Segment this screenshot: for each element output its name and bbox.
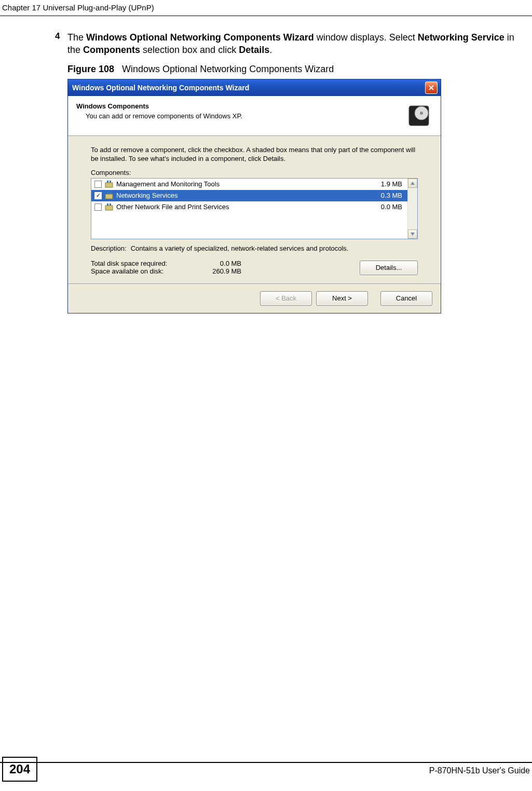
component-row[interactable]: Management and Monitoring Tools1.9 MB <box>91 179 407 190</box>
step-text: The Windows Optional Networking Componen… <box>67 31 519 57</box>
svg-rect-9 <box>105 206 113 210</box>
components-listbox[interactable]: Management and Monitoring Tools1.9 MBNet… <box>91 178 418 239</box>
svg-rect-8 <box>110 192 111 194</box>
wizard-head-title: Windows Components <box>76 102 397 110</box>
space-required-label: Total disk space required: <box>91 260 195 267</box>
component-size: 1.9 MB <box>381 180 404 188</box>
t: Details <box>239 45 269 55</box>
svg-rect-11 <box>110 203 111 206</box>
t: The <box>67 32 86 43</box>
figure-label: Figure 108 <box>67 64 114 74</box>
t: Components <box>83 45 140 55</box>
svg-rect-6 <box>105 194 113 199</box>
component-icon <box>105 192 113 200</box>
space-available-value: 260.9 MB <box>195 267 241 275</box>
component-checkbox[interactable] <box>94 192 102 199</box>
component-name: Management and Monitoring Tools <box>116 180 378 188</box>
scrollbar[interactable] <box>407 179 417 239</box>
description-label: Description: <box>91 244 127 252</box>
component-checkbox[interactable] <box>94 181 102 188</box>
t: window displays. Select <box>314 32 418 43</box>
component-name: Other Network File and Print Services <box>116 203 378 211</box>
wizard-head-subtitle: You can add or remove components of Wind… <box>86 112 397 120</box>
space-available-label: Space available on disk: <box>91 267 195 275</box>
t: Windows Optional Networking Components W… <box>86 32 314 43</box>
header-rule <box>0 16 532 16</box>
wizard-instruction: To add or remove a component, click the … <box>91 145 418 163</box>
wizard-header: Windows Components You can add or remove… <box>68 96 441 136</box>
wizard-window: Windows Optional Networking Components W… <box>67 79 441 313</box>
svg-rect-4 <box>107 181 108 183</box>
svg-rect-10 <box>107 203 108 206</box>
space-required-value: 0.0 MB <box>195 260 241 267</box>
components-label: Components: <box>91 169 418 176</box>
window-title: Windows Optional Networking Components W… <box>71 84 425 92</box>
cd-box-icon <box>405 102 432 129</box>
component-row[interactable]: Other Network File and Print Services0.0… <box>91 201 407 213</box>
footer-guide: P-870HN-51b User's Guide <box>429 766 530 775</box>
page-number: 204 <box>2 757 37 782</box>
titlebar[interactable]: Windows Optional Networking Components W… <box>68 79 441 96</box>
component-row[interactable]: Networking Services0.3 MB <box>91 190 407 201</box>
figure-title: Windows Optional Networking Components W… <box>122 64 334 74</box>
footer-rule <box>0 762 532 763</box>
close-icon <box>428 85 434 91</box>
figure-caption: Figure 108 Windows Optional Networking C… <box>67 64 519 75</box>
cancel-button[interactable]: Cancel <box>380 291 432 306</box>
t: Networking Service <box>418 32 504 43</box>
svg-rect-3 <box>105 183 113 187</box>
t: . <box>269 45 272 55</box>
step-number: 4 <box>55 31 60 42</box>
t: selection box and click <box>140 45 239 55</box>
chapter-header: Chapter 17 Universal Plug-and-Play (UPnP… <box>2 3 154 12</box>
scroll-down-button[interactable] <box>408 229 417 239</box>
details-button[interactable]: Details... <box>360 261 418 275</box>
back-button[interactable]: < Back <box>260 291 312 306</box>
svg-rect-5 <box>110 181 111 183</box>
scroll-up-button[interactable] <box>408 179 417 188</box>
component-icon <box>105 203 113 211</box>
component-checkbox[interactable] <box>94 203 102 211</box>
component-icon <box>105 180 113 188</box>
component-size: 0.0 MB <box>381 203 404 211</box>
close-button[interactable] <box>425 81 438 94</box>
svg-rect-7 <box>107 192 108 194</box>
svg-point-2 <box>420 112 423 115</box>
component-size: 0.3 MB <box>381 192 404 199</box>
next-button[interactable]: Next > <box>316 291 368 306</box>
component-name: Networking Services <box>116 192 378 199</box>
description-text: Contains a variety of specialized, netwo… <box>131 244 418 252</box>
